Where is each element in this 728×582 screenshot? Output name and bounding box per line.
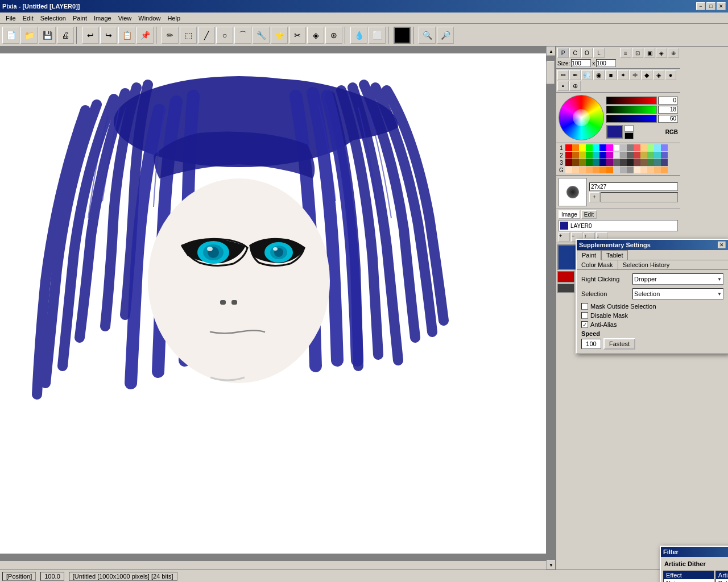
tool-spray[interactable]: ⊕ xyxy=(569,81,581,91)
save-button[interactable]: 💾 xyxy=(39,27,56,44)
blue-value[interactable]: 60 xyxy=(658,115,678,123)
palette-color[interactable] xyxy=(640,144,647,151)
red-value[interactable]: 0 xyxy=(658,97,678,105)
red-slider[interactable] xyxy=(606,97,657,105)
menu-window[interactable]: Window xyxy=(135,14,164,23)
anti-alias-checkbox[interactable] xyxy=(581,321,588,328)
palette-color[interactable] xyxy=(661,167,668,173)
palette-color[interactable] xyxy=(565,159,572,166)
palette-color[interactable] xyxy=(565,167,572,173)
copy-button[interactable]: 📋 xyxy=(118,27,135,44)
disable-mask-checkbox[interactable] xyxy=(581,312,588,319)
line-button[interactable]: ╱ xyxy=(198,27,215,44)
edit-tab[interactable]: Edit xyxy=(581,210,597,219)
zoom-in-button[interactable]: 🔍 xyxy=(419,27,436,44)
size-input-w[interactable]: 100 xyxy=(571,59,591,67)
undo-button[interactable]: ↩ xyxy=(82,27,99,44)
palette-color[interactable] xyxy=(620,144,627,151)
magic-wand-button[interactable]: ⭐ xyxy=(271,27,288,44)
palette-color[interactable] xyxy=(634,167,640,173)
palette-color[interactable] xyxy=(572,144,579,151)
panel-tab-p[interactable]: P xyxy=(557,48,569,58)
tool-round-soft[interactable]: ● xyxy=(665,70,676,80)
white-swatch[interactable] xyxy=(624,125,634,132)
filter-item-effect[interactable]: Effect xyxy=(664,571,714,579)
layer-thumbnail-3[interactable] xyxy=(557,284,574,293)
palette-color[interactable] xyxy=(613,152,620,159)
menu-image[interactable]: Image xyxy=(90,14,115,23)
palette-color[interactable] xyxy=(593,167,599,173)
palette-color[interactable] xyxy=(572,167,579,173)
palette-color[interactable] xyxy=(620,167,627,173)
menu-selection[interactable]: Selection xyxy=(37,14,69,23)
scroll-up-button[interactable]: ▲ xyxy=(547,47,556,56)
palette-color[interactable] xyxy=(620,159,627,166)
palette-color[interactable] xyxy=(579,159,586,166)
menu-file[interactable]: File xyxy=(2,14,19,23)
palette-color[interactable] xyxy=(627,144,634,151)
palette-color[interactable] xyxy=(565,144,572,151)
supp-tab-tablet[interactable]: Tablet xyxy=(601,250,628,260)
palette-color[interactable] xyxy=(640,152,647,159)
palette-color[interactable] xyxy=(627,159,634,166)
brush-slider[interactable] xyxy=(601,192,678,202)
mask-outside-checkbox[interactable] xyxy=(581,303,588,310)
current-color-swatch[interactable] xyxy=(606,125,623,139)
circle-button[interactable]: ○ xyxy=(216,27,233,44)
palette-color[interactable] xyxy=(599,167,606,173)
filter-button[interactable]: ◈ xyxy=(307,27,324,44)
menu-paint[interactable]: Paint xyxy=(69,14,90,23)
green-slider[interactable] xyxy=(606,106,657,114)
palette-color[interactable] xyxy=(599,152,606,159)
sub-tab-selection-history[interactable]: Selection History xyxy=(618,260,675,269)
color-wheel[interactable] xyxy=(559,95,604,140)
transform-button[interactable]: ✂ xyxy=(289,27,306,44)
right-clicking-dropdown[interactable]: Dropper ▼ xyxy=(632,273,723,285)
fastest-button[interactable]: Fastest xyxy=(603,338,635,350)
palette-color[interactable] xyxy=(593,159,599,166)
palette-color[interactable] xyxy=(606,159,613,166)
palette-color[interactable] xyxy=(586,167,593,173)
palette-color[interactable] xyxy=(606,144,613,151)
menu-edit[interactable]: Edit xyxy=(19,14,37,23)
palette-color[interactable] xyxy=(586,144,593,151)
menu-view[interactable]: View xyxy=(115,14,135,23)
palette-color[interactable] xyxy=(661,144,668,151)
palette-color[interactable] xyxy=(613,144,620,151)
color-dropper-button[interactable]: 💧 xyxy=(350,27,367,44)
pencil-button[interactable]: ✏ xyxy=(162,27,179,44)
tool-pencil[interactable]: ✏ xyxy=(557,70,569,80)
palette-color[interactable] xyxy=(613,159,620,166)
panel-btn-3[interactable]: ▣ xyxy=(644,48,655,58)
panel-btn-2[interactable]: ⊡ xyxy=(632,48,643,58)
menu-help[interactable]: Help xyxy=(164,14,184,23)
palette-color[interactable] xyxy=(647,144,654,151)
fill-button[interactable]: ⊛ xyxy=(325,27,342,44)
palette-color[interactable] xyxy=(647,167,654,173)
tool-star-brush[interactable]: ✦ xyxy=(617,70,628,80)
select-button[interactable]: ⬚ xyxy=(180,27,197,44)
palette-color[interactable] xyxy=(606,167,613,173)
arc-button[interactable]: ⌒ xyxy=(234,27,251,44)
open-button[interactable]: 📁 xyxy=(20,27,38,44)
green-value[interactable]: 18 xyxy=(658,106,678,114)
selection-dropdown[interactable]: Selection ▼ xyxy=(632,288,723,300)
palette-color[interactable] xyxy=(627,167,634,173)
canvas-wrapper[interactable] xyxy=(0,47,546,560)
palette-color[interactable] xyxy=(654,167,661,173)
scroll-down-button[interactable]: ▼ xyxy=(547,560,556,569)
maximize-button[interactable]: □ xyxy=(706,2,715,10)
black-swatch[interactable] xyxy=(624,132,634,139)
palette-color[interactable] xyxy=(572,159,579,166)
tool-diamond-brush[interactable]: ◆ xyxy=(641,70,652,80)
palette-color[interactable] xyxy=(661,159,668,166)
palette-color[interactable] xyxy=(593,144,599,151)
tool-brush[interactable]: ✒ xyxy=(569,70,581,80)
horizontal-scrollbar[interactable] xyxy=(0,560,546,569)
filter-item-noise[interactable]: Noise xyxy=(664,579,714,582)
layer-item[interactable]: LAYER0 xyxy=(559,220,678,231)
layer-add-btn[interactable]: + xyxy=(559,232,570,242)
palette-color[interactable] xyxy=(654,152,661,159)
filter-item-artistic-dither[interactable]: Artistic Dither xyxy=(716,571,728,579)
layer-thumbnail-2[interactable] xyxy=(557,271,574,282)
